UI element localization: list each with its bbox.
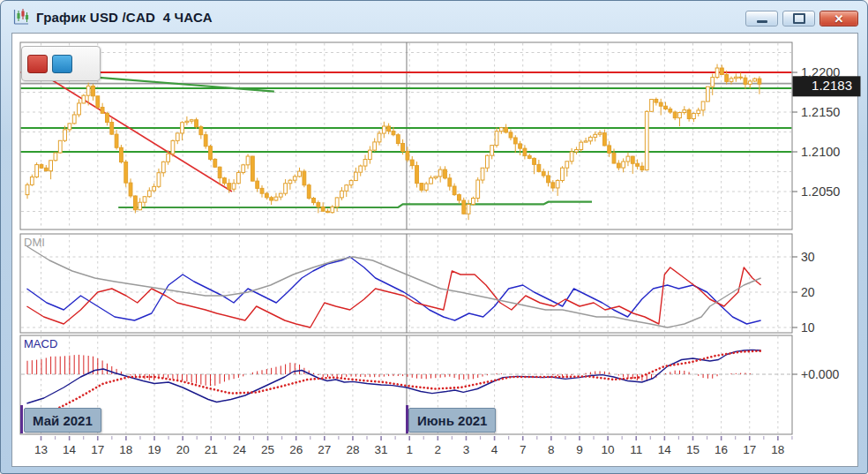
x-axis-day-label[interactable]: 18 xyxy=(119,443,132,456)
x-axis-day-label[interactable]: 18 xyxy=(771,443,784,456)
x-axis-day-label[interactable]: 10 xyxy=(602,443,615,456)
x-axis-day-label[interactable]: 17 xyxy=(743,443,756,456)
x-axis-day-label[interactable]: 13 xyxy=(34,443,48,456)
x-axis-day-label[interactable]: 8 xyxy=(548,443,555,456)
chart-window: График USD /CAD 4 ЧАСА ✕ DMIMACD1.20501.… xyxy=(0,0,868,474)
month-label-may: Май 2021 xyxy=(24,408,101,433)
x-axis-day-label[interactable]: 28 xyxy=(346,443,359,456)
price-tick-label: 1.2150 xyxy=(801,105,840,119)
chart-canvas[interactable]: DMIMACD1.20501.21001.21501.22001.2183102… xyxy=(1,1,868,474)
blue-marker-button[interactable] xyxy=(52,55,72,73)
x-axis-day-label[interactable]: 27 xyxy=(318,443,331,456)
dmi-tick-label: 30 xyxy=(801,250,815,264)
x-axis-day-label[interactable]: 15 xyxy=(686,443,700,456)
x-axis-day-label[interactable]: 26 xyxy=(289,443,303,456)
month-label-june: Июнь 2021 xyxy=(408,408,496,433)
dmi-label: DMI xyxy=(24,236,45,249)
x-axis-day-label[interactable]: 25 xyxy=(261,443,274,456)
price-tick-label: 1.2050 xyxy=(801,184,840,199)
marker-toolbar xyxy=(21,46,101,81)
dmi-tick-label: 10 xyxy=(801,320,815,335)
x-axis-day-label[interactable]: 20 xyxy=(176,443,190,456)
dmi-tick-label: 20 xyxy=(801,285,815,299)
x-axis-day-label[interactable]: 4 xyxy=(491,443,498,456)
x-axis-day-label[interactable]: 31 xyxy=(375,443,388,456)
x-axis-day-label[interactable]: 21 xyxy=(205,443,218,456)
x-axis-day-label[interactable]: 24 xyxy=(233,443,247,456)
macd-zero-label: +0.000 xyxy=(801,367,839,381)
x-axis-day-label[interactable]: 16 xyxy=(715,443,728,456)
macd-label: MACD xyxy=(24,337,57,350)
x-axis-day-label[interactable]: 2 xyxy=(435,443,442,456)
x-axis-day-label[interactable]: 14 xyxy=(658,443,672,456)
month-start-tick-may xyxy=(20,405,23,433)
x-axis-day-label[interactable]: 17 xyxy=(91,443,104,456)
x-axis-day-label[interactable]: 14 xyxy=(63,443,77,456)
red-marker-button[interactable] xyxy=(27,55,48,73)
x-axis-day-label[interactable]: 7 xyxy=(520,443,527,456)
x-axis-day-label[interactable]: 11 xyxy=(630,443,642,456)
x-axis-day-label[interactable]: 3 xyxy=(463,443,470,456)
x-axis-day-label[interactable]: 9 xyxy=(576,443,583,456)
x-axis-day-label[interactable]: 19 xyxy=(148,443,161,456)
last-price-value: 1.2183 xyxy=(812,78,852,93)
x-axis-day-label[interactable]: 1 xyxy=(406,443,413,456)
price-tick-label: 1.2100 xyxy=(801,145,840,159)
